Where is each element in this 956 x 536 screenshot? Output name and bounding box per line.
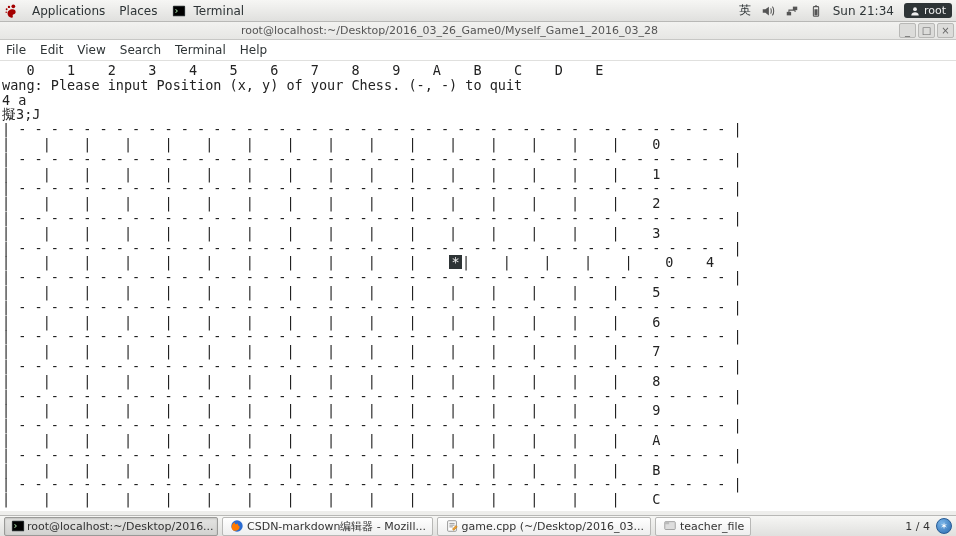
row-label-3: 3: [652, 225, 660, 241]
task-nautilus[interactable]: teacher_file: [655, 517, 751, 536]
board-row-8: | | | | | | | | | | | | | | | |: [2, 373, 652, 389]
board-row-4-post: | | | | | 0: [462, 254, 673, 270]
menu-edit[interactable]: Edit: [40, 43, 63, 57]
svg-rect-15: [447, 521, 456, 532]
task-label: CSDN-markdown编辑器 - Mozill...: [247, 519, 426, 534]
svg-rect-17: [665, 522, 669, 525]
row-label-c: C: [652, 491, 660, 507]
row-label-4: 4: [706, 254, 714, 270]
board-row-2: | | | | | | | | | | | | | | | |: [2, 195, 652, 211]
accessibility-icon[interactable]: ✶: [936, 518, 952, 534]
menu-terminal[interactable]: Terminal: [175, 43, 226, 57]
ime-indicator[interactable]: 英: [739, 2, 751, 19]
terminal-window: root@localhost:~/Desktop/2016_03_26_Game…: [0, 22, 956, 511]
svg-point-0: [11, 4, 15, 8]
board-col-header: 0 1 2 3 4 5 6 7 8 9 A B C D E: [2, 62, 603, 78]
board-sep: | - - - - - - - - - - - - - - - - - - - …: [2, 417, 742, 433]
svg-rect-13: [13, 522, 24, 531]
menu-help[interactable]: Help: [240, 43, 267, 57]
terminal-output[interactable]: 0 1 2 3 4 5 6 7 8 9 A B C D E wang: Plea…: [0, 61, 956, 511]
svg-rect-6: [786, 11, 790, 15]
row-label-1: 1: [652, 166, 660, 182]
user-name: root: [924, 4, 946, 17]
task-terminal[interactable]: root@localhost:~/Desktop/2016...: [4, 517, 218, 536]
task-label: root@localhost:~/Desktop/2016...: [27, 520, 214, 533]
board-row-c: | | | | | | | | | | | | | | | |: [2, 491, 652, 507]
board-row-4-pre: | | | | | | | | | | |: [2, 254, 449, 270]
row-label-b: B: [652, 462, 660, 478]
board-row-b: | | | | | | | | | | | | | | | |: [2, 462, 652, 478]
task-label: game.cpp (~/Desktop/2016_03...: [462, 520, 644, 533]
svg-point-2: [6, 8, 8, 10]
board-row-0: | | | | | | | | | | | | | | | |: [2, 136, 652, 152]
board-sep: | - - - - - - - - - - - - - - - - - - - …: [2, 240, 742, 256]
user-input: 4 a: [2, 92, 26, 108]
window-close-button[interactable]: ×: [937, 23, 954, 38]
escape-seq: 擬3;J: [2, 106, 40, 122]
board-sep: | - - - - - - - - - - - - - - - - - - - …: [2, 210, 742, 226]
user-menu[interactable]: root: [904, 3, 952, 18]
workspace-indicator[interactable]: 1 / 4: [905, 520, 930, 533]
gnome-bottom-panel: root@localhost:~/Desktop/2016... CSDN-ma…: [0, 515, 956, 536]
task-firefox[interactable]: CSDN-markdown编辑器 - Mozill...: [222, 517, 433, 536]
menu-search[interactable]: Search: [120, 43, 161, 57]
svg-point-11: [913, 7, 917, 11]
window-maximize-button[interactable]: □: [918, 23, 935, 38]
row-label-2: 2: [652, 195, 660, 211]
menu-file[interactable]: File: [6, 43, 26, 57]
board-row-6: | | | | | | | | | | | | | | | |: [2, 314, 652, 330]
svg-point-3: [5, 11, 7, 13]
gnome-top-panel: Applications Places Terminal 英 Sun 21:34…: [0, 0, 956, 22]
window-minimize-button[interactable]: _: [899, 23, 916, 38]
menu-view[interactable]: View: [77, 43, 105, 57]
applications-menu[interactable]: Applications: [32, 4, 105, 18]
top-terminal-launcher[interactable]: Terminal: [171, 3, 244, 19]
gnome-foot-icon: [4, 4, 18, 18]
board-sep: | - - - - - - - - - - - - - - - - - - - …: [2, 180, 742, 196]
battery-icon[interactable]: [809, 4, 823, 18]
board-sep: | - - - - - - - - - - - - - - - - - - - …: [2, 299, 742, 315]
row-label-9: 9: [652, 402, 660, 418]
board-sep: | - - - - - - - - - - - - - - - - - - - …: [2, 476, 742, 492]
board-sep: | - - - - - - - - - - - - - - - - - - - …: [2, 328, 742, 344]
top-terminal-label: Terminal: [193, 4, 244, 18]
board-sep: | - - - - - - - - - - - - - - - - - - - …: [2, 388, 742, 404]
firefox-icon: [229, 518, 245, 534]
task-label: teacher_file: [680, 520, 744, 533]
svg-rect-9: [815, 5, 817, 6]
terminal-icon: [171, 3, 187, 19]
terminal-icon: [11, 518, 25, 534]
task-gedit[interactable]: game.cpp (~/Desktop/2016_03...: [437, 517, 651, 536]
board-row-5: | | | | | | | | | | | | | | | |: [2, 284, 652, 300]
board-sep: | - - - - - - - - - - - - - - - - - - - …: [2, 151, 742, 167]
row-label-6: 6: [652, 314, 660, 330]
board-sep: | - - - - - - - - - - - - - - - - - - - …: [2, 447, 742, 463]
volume-icon[interactable]: [761, 4, 775, 18]
board-row-1: | | | | | | | | | | | | | | | |: [2, 166, 652, 182]
svg-rect-5: [174, 6, 185, 15]
row-label-7: 7: [652, 343, 660, 359]
board-row-a: | | | | | | | | | | | | | | | |: [2, 432, 652, 448]
chess-piece: *: [449, 255, 462, 269]
places-menu[interactable]: Places: [119, 4, 157, 18]
board-row-3: | | | | | | | | | | | | | | | |: [2, 225, 652, 241]
board-sep: | - - - - - - - - - - - - - - - - - - - …: [2, 121, 742, 137]
svg-point-1: [8, 5, 10, 7]
window-title: root@localhost:~/Desktop/2016_03_26_Game…: [0, 24, 899, 37]
row-label-0: 0: [652, 136, 660, 152]
gedit-icon: [444, 518, 460, 534]
svg-rect-10: [814, 9, 817, 15]
window-titlebar: root@localhost:~/Desktop/2016_03_26_Game…: [0, 22, 956, 40]
board-row-7: | | | | | | | | | | | | | | | |: [2, 343, 652, 359]
clock[interactable]: Sun 21:34: [833, 4, 894, 18]
board-row-9: | | | | | | | | | | | | | | | |: [2, 402, 652, 418]
board-sep: | - - - - - - - - - - - - - - - - - - - …: [2, 269, 742, 285]
file-manager-icon: [662, 518, 678, 534]
row-label-8: 8: [652, 373, 660, 389]
board-sep: | - - - - - - - - - - - - - - - - - - - …: [2, 358, 742, 374]
row-label-5: 5: [652, 284, 660, 300]
terminal-menubar: File Edit View Search Terminal Help: [0, 40, 956, 61]
prompt-line: wang: Please input Position (x, y) of yo…: [2, 77, 522, 93]
network-icon[interactable]: [785, 4, 799, 18]
row-label-a: A: [652, 432, 660, 448]
